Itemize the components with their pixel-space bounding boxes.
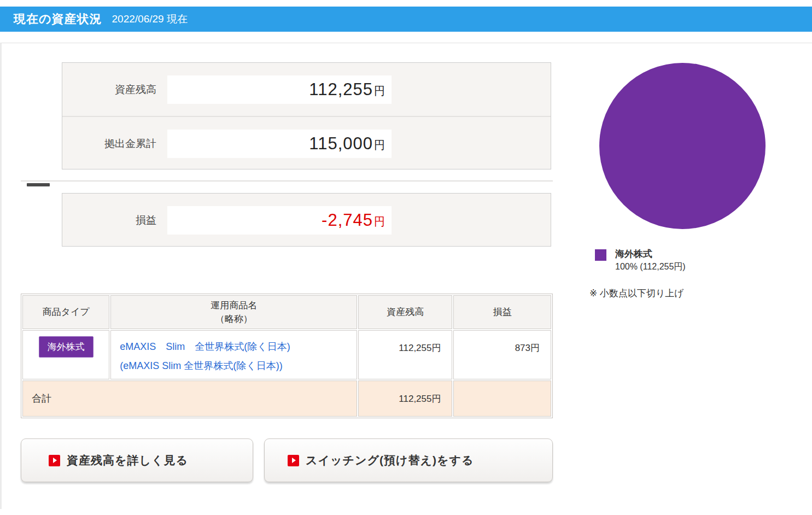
view-balance-detail-button[interactable]: 資産残高を詳しく見る — [21, 438, 253, 482]
legend-label: 海外株式 — [615, 248, 652, 260]
total-label-cell: 合計 — [22, 381, 357, 417]
header-product-name-line1: 運用商品名 — [211, 300, 257, 311]
rounding-note: ※ 小数点以下切り上げ — [589, 287, 684, 300]
content-panel: 資産残高 112,255 円 拠出金累計 115,000 円 損益 -2,745… — [0, 43, 812, 509]
product-balance-cell: 112,255円 — [358, 330, 452, 379]
header-profit: 損益 — [453, 295, 551, 329]
table-row: 海外株式 eMAXIS Slim 全世界株式(除く日本) (eMAXIS Sli… — [22, 330, 551, 379]
profit-loss-label: 損益 — [62, 213, 156, 227]
asset-balance-value-box: 112,255 円 — [167, 75, 392, 104]
product-profit-cell: 873円 — [453, 330, 551, 379]
page-title: 現在の資産状況 — [14, 11, 102, 27]
product-name-cell: eMAXIS Slim 全世界株式(除く日本) (eMAXIS Slim 全世界… — [110, 330, 357, 379]
allocation-pie-chart — [599, 63, 766, 229]
contribution-total-row: 拠出金累計 115,000 円 — [62, 117, 551, 170]
profit-loss-row: 損益 -2,745 円 — [62, 194, 551, 247]
profit-loss-box: 損益 -2,745 円 — [62, 193, 551, 247]
arrow-icon — [49, 455, 60, 466]
switching-label: スイッチング(預け替え)をする — [306, 453, 474, 468]
switching-button[interactable]: スイッチング(預け替え)をする — [264, 438, 553, 482]
total-profit-cell — [453, 381, 551, 417]
product-name-line2: (eMAXIS Slim 全世界株式(除く日本)) — [120, 360, 282, 371]
profit-loss-value-box: -2,745 円 — [167, 206, 392, 235]
minus-icon — [27, 183, 50, 186]
product-name-line1: eMAXIS Slim 全世界株式(除く日本) — [120, 341, 290, 352]
contribution-total-unit: 円 — [374, 134, 385, 153]
contribution-total-label: 拠出金累計 — [62, 137, 156, 151]
product-type-cell: 海外株式 — [22, 330, 109, 379]
table-total-row: 合計 112,255円 — [22, 381, 551, 417]
section-header-bar: 現在の資産状況 2022/06/29 現在 — [0, 7, 812, 32]
arrow-icon — [288, 455, 299, 466]
product-type-badge: 海外株式 — [39, 336, 94, 358]
contribution-total-value: 115,000 — [309, 134, 373, 154]
header-product-name: 運用商品名 （略称） — [110, 295, 357, 329]
header-balance: 資産残高 — [358, 295, 452, 329]
asset-balance-value: 112,255 — [309, 80, 373, 100]
contribution-total-value-box: 115,000 円 — [167, 130, 392, 158]
product-name-link[interactable]: eMAXIS Slim 全世界株式(除く日本) (eMAXIS Slim 全世界… — [120, 341, 290, 371]
legend-swatch-foreign-equity — [595, 249, 606, 261]
as-of-date: 2022/06/29 現在 — [112, 12, 188, 26]
view-balance-detail-label: 資産残高を詳しく見る — [67, 453, 188, 468]
header-product-name-line2: （略称） — [215, 314, 253, 324]
profit-loss-value: -2,745 — [322, 210, 373, 230]
profit-loss-unit: 円 — [374, 211, 385, 229]
asset-balance-row: 資産残高 112,255 円 — [62, 63, 551, 117]
asset-balance-unit: 円 — [374, 80, 385, 98]
holdings-table: 商品タイプ 運用商品名 （略称） 資産残高 損益 海外株式 eMAXIS Sli… — [21, 294, 553, 418]
section-divider — [21, 180, 553, 182]
header-product-type: 商品タイプ — [22, 295, 109, 329]
table-header-row: 商品タイプ 運用商品名 （略称） 資産残高 損益 — [22, 295, 551, 329]
legend-detail: 100% (112,255円) — [615, 261, 686, 273]
total-balance-cell: 112,255円 — [358, 381, 452, 417]
balance-summary-box: 資産残高 112,255 円 拠出金累計 115,000 円 — [62, 62, 551, 169]
asset-balance-label: 資産残高 — [62, 83, 156, 97]
